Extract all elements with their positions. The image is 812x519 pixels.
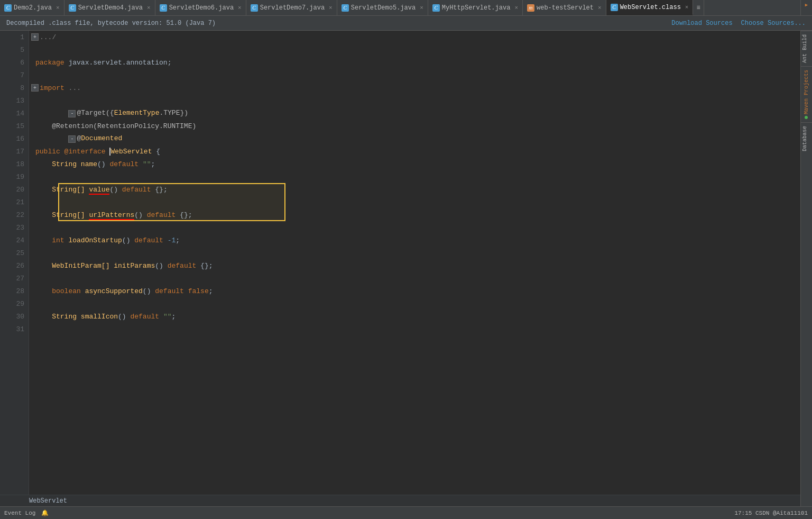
ln-26: 26: [0, 259, 29, 272]
right-panel-handle: ▶: [800, 0, 812, 15]
event-log-icon: 🔔: [41, 510, 49, 516]
code-line-28: boolean asyncSupported() default false;: [29, 285, 800, 297]
ln-21: 21: [0, 196, 29, 208]
ln-17: 17: [0, 145, 29, 158]
kw-public: public: [35, 148, 64, 156]
tab-servletdemo7[interactable]: C ServletDemo7.java ×: [246, 0, 337, 15]
tab-icon-servletdemo5: C: [342, 4, 349, 12]
fold-icon-1[interactable]: +: [31, 33, 39, 41]
notice-actions: Download Sources Choose Sources...: [671, 20, 806, 27]
ln-29: 29: [0, 297, 29, 310]
tab-label-demo2: Demo2.java: [14, 4, 52, 12]
str-val-7: "": [163, 313, 172, 321]
str-val-1: "": [143, 160, 151, 168]
brace-val-5: {};: [200, 262, 213, 270]
ln-24: 24: [0, 234, 29, 247]
code-line-18: String name() default "";: [29, 158, 800, 170]
tab-myhttpservlet[interactable]: C MyHttpServlet.java ×: [428, 0, 523, 15]
kw-default-6: default: [155, 287, 188, 295]
parens-4: (): [122, 236, 134, 244]
fold-icon-16[interactable]: -: [68, 135, 76, 143]
code-line-8: +import ...: [29, 81, 800, 94]
num-minus1: -1: [168, 236, 176, 244]
code-line-17: public @interface WebServlet {: [29, 145, 800, 158]
sidebar-ant-build[interactable]: Ant Build: [801, 31, 812, 66]
code-line-31: [29, 323, 800, 335]
code-line-23: [29, 221, 800, 234]
method-value: value: [89, 186, 109, 194]
sidebar-label-database: Database: [802, 126, 808, 151]
code-line-7: [29, 69, 800, 81]
code-line-29: [29, 297, 800, 310]
code-editor[interactable]: +.../ package javax.servlet.annotation; …: [29, 31, 800, 519]
tab-icon-web-testservlet: m: [527, 4, 534, 12]
import-ellipsis: ...: [69, 84, 81, 92]
tab-web-testservlet[interactable]: m web-testServlet ×: [523, 0, 606, 15]
tab-close-servletdemo6[interactable]: ×: [238, 5, 242, 11]
event-log-link[interactable]: Event Log: [4, 510, 35, 516]
kw-at-interface: @interface: [64, 148, 110, 156]
code-line-14: -@Target({ElementType.TYPE}): [29, 107, 800, 120]
tab-close-demo2[interactable]: ×: [56, 5, 60, 11]
status-bar: Event Log 🔔 17:15 CSDN @Aita11101: [0, 506, 812, 519]
pkg-name: javax.servlet.annotation;: [68, 59, 171, 67]
tab-close-myhttpservlet[interactable]: ×: [514, 5, 518, 11]
tab-icon-servletdemo6: C: [160, 4, 167, 12]
brace-open: {: [152, 148, 160, 156]
ln-7: 7: [0, 69, 29, 81]
code-line-16: -@Documented: [29, 132, 800, 145]
tab-servletdemo6[interactable]: C ServletDemo6.java ×: [155, 0, 246, 15]
code-line-27: [29, 272, 800, 285]
parens-6: (): [143, 287, 155, 295]
tab-close-webservlet-class[interactable]: ×: [685, 4, 689, 11]
ln-1: 1: [0, 31, 29, 43]
type-string-1: String: [52, 160, 81, 168]
tab-label-web-testservlet: web-testServlet: [537, 4, 594, 12]
method-smallicon: smallIcon: [81, 313, 118, 321]
tab-label-servletdemo4: ServletDemo4.java: [78, 4, 143, 12]
tab-servletdemo5[interactable]: C ServletDemo5.java ×: [337, 0, 428, 15]
tab-close-servletdemo7[interactable]: ×: [329, 5, 333, 11]
code-line-22: String[] urlPatterns() default {};: [29, 208, 800, 221]
indent-28: [35, 287, 52, 295]
line-numbers: 1 5 6 7 8 13 14 15 16 17 18 19 20 21 22 …: [0, 31, 29, 519]
tab-close-servletdemo5[interactable]: ×: [420, 5, 423, 11]
right-panel-icon: ▶: [805, 2, 808, 8]
fold-icon-8[interactable]: +: [31, 84, 39, 92]
maven-indicator: [805, 116, 808, 119]
classname-webservlet: WebServlet: [109, 148, 152, 156]
tab-demo2[interactable]: C Demo2.java ×: [0, 0, 64, 15]
tab-bar: C Demo2.java × C ServletDemo4.java × C S…: [0, 0, 812, 16]
parens-3: (): [134, 211, 146, 219]
tab-icon-servletdemo4: C: [69, 4, 76, 12]
sidebar-maven-projects[interactable]: Maven Projects: [801, 66, 812, 122]
indent-30: [35, 313, 52, 321]
code-line-30: String smallIcon() default "";: [29, 310, 800, 323]
code-line-19: [29, 170, 800, 183]
parens-1: (): [97, 160, 109, 168]
tab-servletdemo4[interactable]: C ServletDemo4.java ×: [64, 0, 155, 15]
tab-close-servletdemo4[interactable]: ×: [147, 5, 151, 11]
sidebar-database[interactable]: Database: [801, 122, 812, 154]
type-string-arr-1: String[]: [52, 186, 89, 194]
ln-14: 14: [0, 107, 29, 120]
tab-webservlet-class[interactable]: C WebServlet.class ×: [606, 0, 694, 15]
tab-overflow-menu[interactable]: ≡: [693, 0, 704, 15]
ln-22: 22: [0, 208, 29, 221]
download-sources-link[interactable]: Download Sources: [671, 20, 732, 27]
kw-default-4: default: [134, 236, 167, 244]
ln-20: 20: [0, 183, 29, 196]
semi-7: ;: [171, 313, 176, 321]
tab-icon-webservlet-class: C: [611, 4, 618, 11]
fold-icon-14[interactable]: -: [68, 110, 76, 117]
indent-20: [35, 186, 52, 194]
tab-close-web-testservlet[interactable]: ×: [598, 5, 602, 11]
kw-import: import: [40, 84, 69, 92]
ln-8: 8: [0, 81, 29, 94]
kw-package: package: [35, 59, 68, 67]
brace-val-3: {};: [180, 211, 192, 219]
choose-sources-link[interactable]: Choose Sources...: [741, 20, 806, 27]
kw-default-3: default: [147, 211, 180, 219]
ln-19: 19: [0, 170, 29, 183]
type-int: int: [52, 236, 68, 244]
